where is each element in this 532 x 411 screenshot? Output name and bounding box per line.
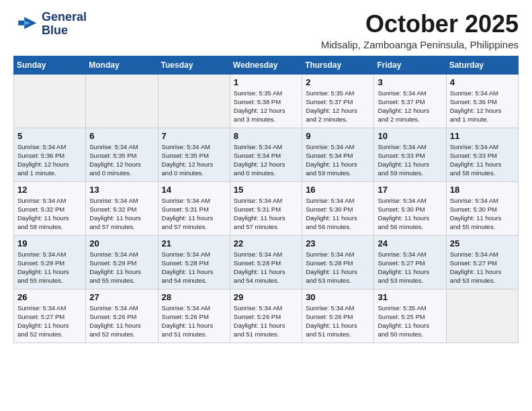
cell-info: Sunrise: 5:34 AMSunset: 5:34 PMDaylight:… <box>234 142 298 178</box>
day-number: 22 <box>234 238 298 248</box>
location: Midsalip, Zamboanga Peninsula, Philippin… <box>321 39 519 50</box>
col-saturday: Saturday <box>446 56 518 74</box>
calendar-cell: 2Sunrise: 5:35 AMSunset: 5:37 PMDaylight… <box>302 74 374 128</box>
day-number: 30 <box>306 292 370 302</box>
cell-info: Sunrise: 5:35 AMSunset: 5:37 PMDaylight:… <box>306 89 370 124</box>
calendar-week-1: 1Sunrise: 5:35 AMSunset: 5:38 PMDaylight… <box>14 74 519 128</box>
day-number: 13 <box>89 185 154 195</box>
col-wednesday: Wednesday <box>230 56 302 74</box>
col-thursday: Thursday <box>302 56 374 74</box>
calendar-cell: 24Sunrise: 5:34 AMSunset: 5:27 PMDayligh… <box>374 235 446 289</box>
page-header: General Blue October 2025 Midsalip, Zamb… <box>13 11 519 50</box>
cell-info: Sunrise: 5:34 AMSunset: 5:28 PMDaylight:… <box>162 250 226 285</box>
cell-info: Sunrise: 5:34 AMSunset: 5:30 PMDaylight:… <box>450 196 515 232</box>
calendar-week-3: 12Sunrise: 5:34 AMSunset: 5:32 PMDayligh… <box>14 181 519 235</box>
cell-info: Sunrise: 5:34 AMSunset: 5:27 PMDaylight:… <box>17 304 82 339</box>
col-tuesday: Tuesday <box>158 56 230 74</box>
day-number: 17 <box>378 185 442 195</box>
day-number: 8 <box>234 131 298 141</box>
day-number: 11 <box>450 131 515 141</box>
day-number: 27 <box>89 292 154 302</box>
cell-info: Sunrise: 5:34 AMSunset: 5:33 PMDaylight:… <box>450 142 515 178</box>
day-number: 10 <box>378 131 442 141</box>
cell-info: Sunrise: 5:34 AMSunset: 5:27 PMDaylight:… <box>450 250 515 285</box>
day-number: 6 <box>89 131 154 141</box>
day-number: 1 <box>234 77 298 87</box>
calendar-cell: 19Sunrise: 5:34 AMSunset: 5:29 PMDayligh… <box>14 235 86 289</box>
day-number: 21 <box>162 238 226 248</box>
calendar-cell: 25Sunrise: 5:34 AMSunset: 5:27 PMDayligh… <box>446 235 518 289</box>
cell-info: Sunrise: 5:34 AMSunset: 5:28 PMDaylight:… <box>306 250 370 285</box>
day-number: 15 <box>234 185 298 195</box>
day-number: 9 <box>306 131 370 141</box>
cell-info: Sunrise: 5:34 AMSunset: 5:32 PMDaylight:… <box>17 196 82 232</box>
calendar-cell: 29Sunrise: 5:34 AMSunset: 5:26 PMDayligh… <box>230 289 302 342</box>
calendar-cell: 26Sunrise: 5:34 AMSunset: 5:27 PMDayligh… <box>14 289 86 342</box>
calendar-table: Sunday Monday Tuesday Wednesday Thursday… <box>13 56 519 343</box>
calendar-cell: 5Sunrise: 5:34 AMSunset: 5:36 PMDaylight… <box>14 128 86 181</box>
calendar-cell: 22Sunrise: 5:34 AMSunset: 5:28 PMDayligh… <box>230 235 302 289</box>
calendar-cell: 27Sunrise: 5:34 AMSunset: 5:26 PMDayligh… <box>86 289 158 342</box>
calendar-cell: 6Sunrise: 5:34 AMSunset: 5:35 PMDaylight… <box>86 128 158 181</box>
calendar-week-2: 5Sunrise: 5:34 AMSunset: 5:36 PMDaylight… <box>14 128 519 181</box>
day-number: 14 <box>162 185 226 195</box>
calendar-cell: 1Sunrise: 5:35 AMSunset: 5:38 PMDaylight… <box>230 74 302 128</box>
logo-text: General Blue <box>42 11 87 38</box>
calendar-cell: 17Sunrise: 5:34 AMSunset: 5:30 PMDayligh… <box>374 181 446 235</box>
cell-info: Sunrise: 5:34 AMSunset: 5:33 PMDaylight:… <box>378 142 442 178</box>
day-number: 23 <box>306 238 370 248</box>
cell-info: Sunrise: 5:34 AMSunset: 5:30 PMDaylight:… <box>306 196 370 232</box>
day-number: 2 <box>306 77 370 87</box>
calendar-cell: 9Sunrise: 5:34 AMSunset: 5:34 PMDaylight… <box>302 128 374 181</box>
calendar-cell: 21Sunrise: 5:34 AMSunset: 5:28 PMDayligh… <box>158 235 230 289</box>
cell-info: Sunrise: 5:34 AMSunset: 5:26 PMDaylight:… <box>162 304 226 339</box>
calendar-header: Sunday Monday Tuesday Wednesday Thursday… <box>14 56 519 74</box>
calendar-cell: 20Sunrise: 5:34 AMSunset: 5:29 PMDayligh… <box>86 235 158 289</box>
calendar-cell: 23Sunrise: 5:34 AMSunset: 5:28 PMDayligh… <box>302 235 374 289</box>
calendar-cell: 3Sunrise: 5:34 AMSunset: 5:37 PMDaylight… <box>374 74 446 128</box>
col-monday: Monday <box>86 56 158 74</box>
day-number: 4 <box>450 77 515 87</box>
cell-info: Sunrise: 5:34 AMSunset: 5:37 PMDaylight:… <box>378 89 442 124</box>
logo: General Blue <box>13 11 87 38</box>
day-number: 20 <box>89 238 154 248</box>
calendar-cell: 31Sunrise: 5:35 AMSunset: 5:25 PMDayligh… <box>374 289 446 342</box>
logo-icon <box>13 12 38 36</box>
calendar-cell <box>158 74 230 128</box>
calendar-cell <box>86 74 158 128</box>
day-number: 18 <box>450 185 515 195</box>
cell-info: Sunrise: 5:34 AMSunset: 5:32 PMDaylight:… <box>89 196 154 232</box>
calendar-week-5: 26Sunrise: 5:34 AMSunset: 5:27 PMDayligh… <box>14 289 519 342</box>
cell-info: Sunrise: 5:34 AMSunset: 5:34 PMDaylight:… <box>306 142 370 178</box>
header-row: Sunday Monday Tuesday Wednesday Thursday… <box>14 56 519 74</box>
day-number: 28 <box>162 292 226 302</box>
calendar-cell: 18Sunrise: 5:34 AMSunset: 5:30 PMDayligh… <box>446 181 518 235</box>
cell-info: Sunrise: 5:34 AMSunset: 5:29 PMDaylight:… <box>89 250 154 285</box>
cell-info: Sunrise: 5:34 AMSunset: 5:26 PMDaylight:… <box>89 304 154 339</box>
day-number: 7 <box>162 131 226 141</box>
day-number: 12 <box>17 185 82 195</box>
cell-info: Sunrise: 5:34 AMSunset: 5:35 PMDaylight:… <box>89 142 154 178</box>
calendar-cell: 15Sunrise: 5:34 AMSunset: 5:31 PMDayligh… <box>230 181 302 235</box>
cell-info: Sunrise: 5:35 AMSunset: 5:25 PMDaylight:… <box>378 304 442 339</box>
cell-info: Sunrise: 5:34 AMSunset: 5:31 PMDaylight:… <box>162 196 226 232</box>
calendar-cell: 14Sunrise: 5:34 AMSunset: 5:31 PMDayligh… <box>158 181 230 235</box>
day-number: 24 <box>378 238 442 248</box>
calendar-cell: 13Sunrise: 5:34 AMSunset: 5:32 PMDayligh… <box>86 181 158 235</box>
calendar-cell: 10Sunrise: 5:34 AMSunset: 5:33 PMDayligh… <box>374 128 446 181</box>
cell-info: Sunrise: 5:34 AMSunset: 5:31 PMDaylight:… <box>234 196 298 232</box>
calendar-cell: 8Sunrise: 5:34 AMSunset: 5:34 PMDaylight… <box>230 128 302 181</box>
day-number: 16 <box>306 185 370 195</box>
day-number: 5 <box>17 131 82 141</box>
cell-info: Sunrise: 5:34 AMSunset: 5:35 PMDaylight:… <box>162 142 226 178</box>
calendar-cell: 28Sunrise: 5:34 AMSunset: 5:26 PMDayligh… <box>158 289 230 342</box>
cell-info: Sunrise: 5:34 AMSunset: 5:36 PMDaylight:… <box>450 89 515 124</box>
page-container: General Blue October 2025 Midsalip, Zamb… <box>0 0 532 350</box>
calendar-cell: 11Sunrise: 5:34 AMSunset: 5:33 PMDayligh… <box>446 128 518 181</box>
title-block: October 2025 Midsalip, Zamboanga Peninsu… <box>321 11 519 50</box>
calendar-cell <box>14 74 86 128</box>
col-sunday: Sunday <box>14 56 86 74</box>
month-title: October 2025 <box>321 11 519 38</box>
col-friday: Friday <box>374 56 446 74</box>
cell-info: Sunrise: 5:35 AMSunset: 5:38 PMDaylight:… <box>234 89 298 124</box>
